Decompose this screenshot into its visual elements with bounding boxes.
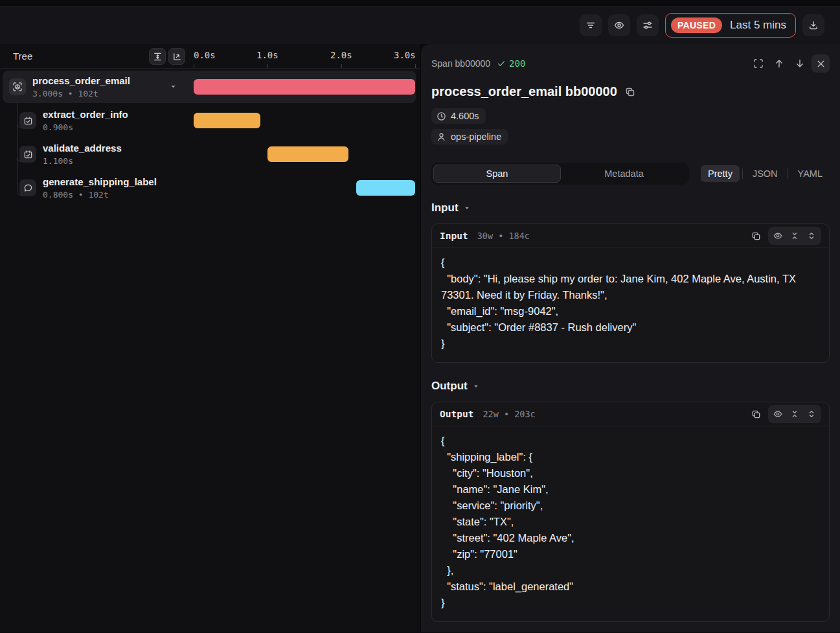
output-view-controls (768, 405, 821, 423)
fit-height-button[interactable] (149, 48, 166, 65)
span-name: generate_shipping_label (43, 176, 157, 189)
output-json[interactable]: { "shipping_label": { "city": "Houston",… (432, 426, 829, 621)
collapse-input-button[interactable] (786, 228, 803, 244)
toolbar: PAUSED Last 5 mins (0, 6, 840, 44)
clock-icon (437, 111, 446, 121)
download-button[interactable] (802, 14, 824, 36)
prev-span-button[interactable] (770, 54, 788, 73)
calendar-check-icon (19, 146, 36, 163)
output-section-heading[interactable]: Output (431, 380, 830, 393)
tab-span[interactable]: Span (433, 165, 561, 183)
preview-output-button[interactable] (769, 406, 786, 422)
format-yaml[interactable]: YAML (791, 165, 830, 182)
timeline-bar-extract-order-info[interactable] (194, 113, 260, 128)
sliders-icon (642, 20, 653, 30)
span-meta: 3.000s • 102t (32, 87, 130, 100)
copy-output-button[interactable] (749, 408, 763, 421)
detail-tabs-row: Span Metadata Pretty JSON YAML (431, 163, 830, 185)
span-row-generate-shipping-label[interactable]: generate_shipping_label 0.800s • 102t (0, 171, 418, 205)
view-button[interactable] (608, 14, 630, 36)
collapse-output-button[interactable] (786, 406, 803, 422)
eye-icon (614, 20, 624, 30)
span-meta: 0.800s • 102t (43, 189, 157, 201)
status-badge: 200 (497, 58, 525, 69)
axis-tick-0: 0.0s (194, 50, 216, 60)
eye-icon (773, 231, 782, 240)
format-json[interactable]: JSON (745, 165, 785, 182)
format-pretty[interactable]: Pretty (701, 165, 740, 182)
span-name: validate_address (43, 142, 122, 155)
span-detail-panel: Span bb00000 200 process_order_email bb0… (421, 44, 840, 632)
chevron-down-icon (464, 205, 470, 211)
maximize-icon (753, 58, 764, 69)
expand-input-button[interactable] (803, 228, 820, 244)
arrow-up-icon (774, 58, 784, 69)
copy-icon (751, 409, 761, 419)
input-json[interactable]: { "body": "Hi, please ship my order to: … (432, 248, 829, 362)
input-card-header: Input 30w • 184c (432, 224, 829, 248)
calendar-check-icon (19, 112, 36, 129)
input-card-label: Input (440, 231, 468, 241)
tree-panel-title: Tree (13, 51, 32, 62)
span-row-validate-address[interactable]: validate_address 1.100s (0, 137, 418, 171)
eye-icon (773, 409, 782, 419)
span-labels: generate_shipping_label 0.800s • 102t (43, 176, 157, 201)
output-card-stats: 22w • 203c (482, 409, 535, 419)
span-name: extract_order_info (43, 108, 128, 121)
span-labels: extract_order_info 0.900s (43, 108, 128, 133)
close-panel-button[interactable] (812, 54, 830, 73)
expand-corner-button[interactable] (168, 48, 185, 65)
tab-group: Span Metadata (431, 163, 689, 185)
user-chip[interactable]: ops-pipeline (431, 129, 508, 144)
timeline-bar-process-order-email[interactable] (194, 79, 415, 95)
input-card: Input 30w • 184c { "body": "Hi, please s… (431, 224, 830, 363)
time-range-label: Last 5 mins (730, 19, 786, 32)
next-span-button[interactable] (791, 54, 809, 73)
output-card: Output 22w • 203c { "shipping_label": { … (431, 402, 830, 622)
axis-tick-mark (341, 64, 342, 68)
input-section-heading[interactable]: Input (431, 201, 830, 214)
expand-panel-button[interactable] (749, 54, 767, 73)
span-row-process-order-email[interactable]: process_order_email 3.000s • 102t (0, 70, 418, 104)
axis-tick-1: 1.0s (256, 50, 278, 60)
filter-icon (585, 20, 596, 30)
span-name: process_order_email (32, 75, 130, 87)
span-meta: 0.900s (43, 121, 128, 133)
tree-header: Tree 0.0s 1.0s 2.0s 3.0s (0, 44, 420, 69)
user-value: ops-pipeline (451, 132, 501, 142)
span-title: process_order_email bb00000 (431, 84, 617, 99)
arrow-down-icon (795, 58, 805, 69)
fold-icon (790, 409, 799, 419)
copy-icon (625, 87, 635, 97)
preview-input-button[interactable] (769, 228, 786, 244)
filter-button[interactable] (580, 14, 602, 36)
input-view-controls (768, 227, 821, 245)
status-code: 200 (509, 58, 525, 69)
span-row-extract-order-info[interactable]: extract_order_info 0.900s (0, 104, 418, 137)
copy-input-button[interactable] (749, 229, 763, 243)
unfold-icon (807, 409, 816, 419)
copy-title-button[interactable] (625, 87, 635, 97)
paused-badge: PAUSED (671, 17, 722, 33)
settings-button[interactable] (637, 14, 659, 36)
output-heading-label: Output (431, 380, 468, 393)
axis-tick-mark (194, 64, 194, 68)
tab-metadata[interactable]: Metadata (561, 165, 687, 183)
unfold-icon (807, 231, 816, 240)
expand-output-button[interactable] (803, 406, 820, 422)
close-icon (816, 59, 826, 69)
fold-icon (790, 231, 799, 240)
span-labels: validate_address 1.100s (43, 142, 122, 167)
corner-expand-icon (172, 52, 182, 62)
duration-value: 4.600s (451, 111, 479, 121)
timeline-bar-validate-address[interactable] (267, 146, 348, 162)
timeline-bar-generate-shipping-label[interactable] (356, 180, 415, 196)
axis-tick-2: 2.0s (330, 50, 352, 60)
copy-icon (751, 231, 761, 241)
output-card-label: Output (440, 409, 473, 419)
time-range-button[interactable]: PAUSED Last 5 mins (665, 13, 796, 38)
axis-tick-3: 3.0s (394, 50, 416, 60)
chevron-down-icon[interactable] (170, 83, 177, 90)
input-card-stats: 30w • 184c (477, 231, 530, 241)
user-icon (437, 132, 446, 142)
